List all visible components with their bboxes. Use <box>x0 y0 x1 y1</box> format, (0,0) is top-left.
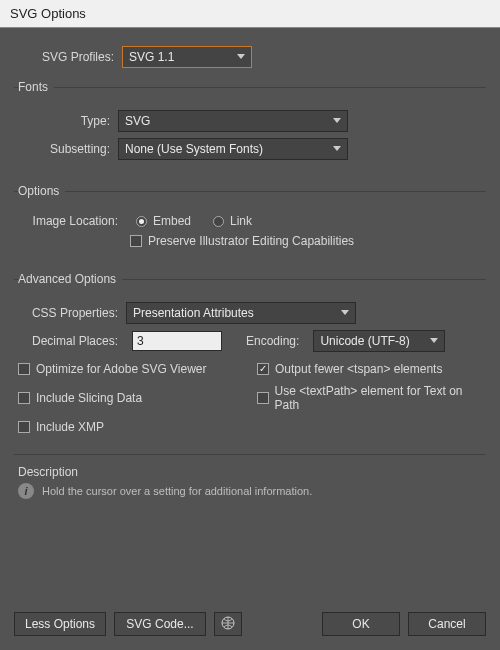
use-textpath-label: Use <textPath> element for Text on Path <box>275 384 482 412</box>
image-location-link-radio[interactable]: Link <box>213 214 252 228</box>
less-options-button[interactable]: Less Options <box>14 612 106 636</box>
fonts-group: Fonts Type: SVG Subsetting: None (Use Sy… <box>14 80 486 172</box>
optimize-svg-viewer-checkbox[interactable]: Optimize for Adobe SVG Viewer <box>18 362 243 376</box>
description-group: Description i Hold the cursor over a set… <box>14 454 486 529</box>
window-titlebar: SVG Options <box>0 0 500 28</box>
subsetting-label: Subsetting: <box>18 142 118 156</box>
encoding-select[interactable]: Unicode (UTF-8) <box>313 330 445 352</box>
fonts-legend: Fonts <box>18 80 54 94</box>
options-group: Options Image Location: Embed Link Prese… <box>14 184 486 260</box>
image-location-label: Image Location: <box>18 214 126 228</box>
embed-label: Embed <box>153 214 191 228</box>
output-tspan-checkbox[interactable]: Output fewer <tspan> elements <box>257 362 482 376</box>
font-type-label: Type: <box>18 114 118 128</box>
css-properties-select[interactable]: Presentation Attributes <box>126 302 356 324</box>
advanced-legend: Advanced Options <box>18 272 122 286</box>
ok-button[interactable]: OK <box>322 612 400 636</box>
globe-icon <box>221 616 235 633</box>
dropdown-icon <box>430 338 438 344</box>
dialog-footer: Less Options SVG Code... OK Cancel <box>14 612 486 636</box>
include-slicing-checkbox[interactable]: Include Slicing Data <box>18 384 243 412</box>
svg-profiles-value: SVG 1.1 <box>129 50 174 64</box>
link-label: Link <box>230 214 252 228</box>
info-icon: i <box>18 483 34 499</box>
include-xmp-checkbox[interactable]: Include XMP <box>18 420 243 434</box>
subsetting-value: None (Use System Fonts) <box>125 142 263 156</box>
css-properties-value: Presentation Attributes <box>133 306 254 320</box>
font-type-value: SVG <box>125 114 150 128</box>
optimize-label: Optimize for Adobe SVG Viewer <box>36 362 207 376</box>
preview-globe-button[interactable] <box>214 612 242 636</box>
svg-code-button[interactable]: SVG Code... <box>114 612 206 636</box>
advanced-options-group: Advanced Options CSS Properties: Present… <box>14 272 486 440</box>
options-legend: Options <box>18 184 65 198</box>
dropdown-icon <box>341 310 349 316</box>
svg-profiles-label: SVG Profiles: <box>14 50 122 64</box>
encoding-label: Encoding: <box>228 334 307 348</box>
output-tspan-label: Output fewer <tspan> elements <box>275 362 442 376</box>
dropdown-icon <box>333 146 341 152</box>
include-xmp-label: Include XMP <box>36 420 104 434</box>
subsetting-select[interactable]: None (Use System Fonts) <box>118 138 348 160</box>
svg-profiles-select[interactable]: SVG 1.1 <box>122 46 252 68</box>
cancel-button[interactable]: Cancel <box>408 612 486 636</box>
css-properties-label: CSS Properties: <box>18 306 126 320</box>
font-type-select[interactable]: SVG <box>118 110 348 132</box>
use-textpath-checkbox[interactable]: Use <textPath> element for Text on Path <box>257 384 482 412</box>
preserve-editing-label: Preserve Illustrator Editing Capabilitie… <box>148 234 354 248</box>
window-title: SVG Options <box>10 6 86 21</box>
decimal-places-label: Decimal Places: <box>18 334 126 348</box>
image-location-embed-radio[interactable]: Embed <box>136 214 191 228</box>
decimal-places-input[interactable] <box>132 331 222 351</box>
encoding-value: Unicode (UTF-8) <box>320 334 409 348</box>
description-legend: Description <box>18 465 84 479</box>
include-slicing-label: Include Slicing Data <box>36 391 142 405</box>
description-text: Hold the cursor over a setting for addit… <box>42 485 312 497</box>
preserve-editing-checkbox[interactable]: Preserve Illustrator Editing Capabilitie… <box>130 234 354 248</box>
dropdown-icon <box>333 118 341 124</box>
dropdown-icon <box>237 54 245 60</box>
